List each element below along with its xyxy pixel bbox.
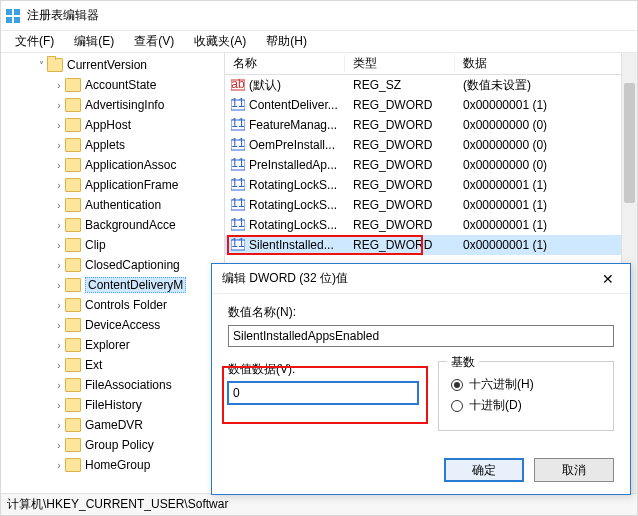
tree-item[interactable]: ›FileAssociations	[1, 375, 224, 395]
chevron-right-icon[interactable]: ›	[53, 120, 65, 131]
chevron-right-icon[interactable]: ›	[53, 80, 65, 91]
close-icon[interactable]: ✕	[594, 268, 622, 290]
tree-item[interactable]: ›ApplicationAssoc	[1, 155, 224, 175]
edit-dword-dialog: 编辑 DWORD (32 位)值 ✕ 数值名称(N): 数值数据(V): 基数 …	[211, 263, 631, 495]
chevron-right-icon[interactable]: ›	[53, 160, 65, 171]
value-row[interactable]: 0110OemPreInstall...REG_DWORD0x00000000 …	[225, 135, 637, 155]
tree-item-label: HomeGroup	[85, 458, 150, 472]
tree-item[interactable]: ›Controls Folder	[1, 295, 224, 315]
value-row[interactable]: 0110FeatureManag...REG_DWORD0x00000000 (…	[225, 115, 637, 135]
tree-item[interactable]: ›ClosedCaptioning	[1, 255, 224, 275]
tree-item[interactable]: ›AppHost	[1, 115, 224, 135]
tree-item[interactable]: ›DeviceAccess	[1, 315, 224, 335]
col-name[interactable]: 名称	[225, 55, 345, 72]
tree-item-label: ContentDeliveryM	[85, 277, 186, 293]
tree-item[interactable]: ›Group Policy	[1, 435, 224, 455]
chevron-right-icon[interactable]: ›	[53, 320, 65, 331]
value-row[interactable]: ab(默认)REG_SZ(数值未设置)	[225, 75, 637, 95]
col-type[interactable]: 类型	[345, 55, 455, 72]
chevron-right-icon[interactable]: ›	[53, 340, 65, 351]
tree-item-label: AccountState	[85, 78, 156, 92]
chevron-right-icon[interactable]: ›	[53, 180, 65, 191]
value-name: RotatingLockS...	[247, 178, 345, 192]
radio-dec[interactable]: 十进制(D)	[451, 397, 601, 414]
tree-item[interactable]: ›GameDVR	[1, 415, 224, 435]
folder-icon	[65, 238, 81, 252]
folder-icon	[65, 398, 81, 412]
string-value-icon: ab	[229, 78, 247, 92]
tree-view[interactable]: ˅CurrentVersion›AccountState›Advertising…	[1, 53, 225, 493]
value-name-field[interactable]	[228, 325, 614, 347]
chevron-right-icon[interactable]: ›	[53, 100, 65, 111]
menu-file[interactable]: 文件(F)	[5, 31, 64, 52]
tree-item[interactable]: ›ContentDeliveryM	[1, 275, 224, 295]
tree-item[interactable]: ›BackgroundAcce	[1, 215, 224, 235]
col-data[interactable]: 数据	[455, 55, 637, 72]
scrollbar-thumb[interactable]	[624, 83, 635, 203]
value-row[interactable]: 0110PreInstalledAp...REG_DWORD0x00000000…	[225, 155, 637, 175]
menu-view[interactable]: 查看(V)	[124, 31, 184, 52]
value-row[interactable]: 0110ContentDeliver...REG_DWORD0x00000001…	[225, 95, 637, 115]
tree-item[interactable]: ›ApplicationFrame	[1, 175, 224, 195]
dword-value-icon: 0110	[229, 238, 247, 252]
chevron-down-icon[interactable]: ˅	[35, 60, 47, 71]
base-group: 基数 十六进制(H) 十进制(D)	[438, 361, 614, 431]
value-name-label: 数值名称(N):	[228, 304, 614, 321]
cancel-button[interactable]: 取消	[534, 458, 614, 482]
dword-value-icon: 0110	[229, 178, 247, 192]
tree-item[interactable]: ›Ext	[1, 355, 224, 375]
dword-value-icon: 0110	[229, 158, 247, 172]
tree-item-label: ApplicationAssoc	[85, 158, 176, 172]
folder-icon	[65, 138, 81, 152]
tree-item[interactable]: ›Clip	[1, 235, 224, 255]
chevron-right-icon[interactable]: ›	[53, 220, 65, 231]
chevron-right-icon[interactable]: ›	[53, 420, 65, 431]
chevron-right-icon[interactable]: ›	[53, 460, 65, 471]
tree-item[interactable]: ›Explorer	[1, 335, 224, 355]
tree-item-label: Ext	[85, 358, 102, 372]
value-name: FeatureManag...	[247, 118, 345, 132]
ok-button[interactable]: 确定	[444, 458, 524, 482]
chevron-right-icon[interactable]: ›	[53, 440, 65, 451]
value-row[interactable]: 0110RotatingLockS...REG_DWORD0x00000001 …	[225, 195, 637, 215]
chevron-right-icon[interactable]: ›	[53, 360, 65, 371]
tree-item-label: Group Policy	[85, 438, 154, 452]
svg-text:0110: 0110	[231, 118, 245, 130]
tree-item-label: BackgroundAcce	[85, 218, 176, 232]
tree-item-label: DeviceAccess	[85, 318, 160, 332]
menu-favorites[interactable]: 收藏夹(A)	[184, 31, 256, 52]
dialog-title-bar[interactable]: 编辑 DWORD (32 位)值 ✕	[212, 264, 630, 294]
tree-item[interactable]: ›Authentication	[1, 195, 224, 215]
folder-icon	[65, 318, 81, 332]
chevron-right-icon[interactable]: ›	[53, 260, 65, 271]
dword-value-icon: 0110	[229, 198, 247, 212]
chevron-right-icon[interactable]: ›	[53, 400, 65, 411]
tree-item[interactable]: ›HomeGroup	[1, 455, 224, 475]
svg-text:ab: ab	[231, 78, 245, 91]
tree-item[interactable]: ›FileHistory	[1, 395, 224, 415]
tree-item[interactable]: ›AdvertisingInfo	[1, 95, 224, 115]
value-data-field[interactable]	[228, 382, 418, 404]
value-row[interactable]: 0110SilentInstalled...REG_DWORD0x0000000…	[225, 235, 637, 255]
chevron-right-icon[interactable]: ›	[53, 200, 65, 211]
chevron-right-icon[interactable]: ›	[53, 140, 65, 151]
menu-help[interactable]: 帮助(H)	[256, 31, 317, 52]
folder-icon	[65, 158, 81, 172]
value-row[interactable]: 0110RotatingLockS...REG_DWORD0x00000001 …	[225, 215, 637, 235]
radio-hex[interactable]: 十六进制(H)	[451, 376, 601, 393]
value-row[interactable]: 0110RotatingLockS...REG_DWORD0x00000001 …	[225, 175, 637, 195]
svg-text:0110: 0110	[231, 138, 245, 150]
value-name: OemPreInstall...	[247, 138, 345, 152]
chevron-right-icon[interactable]: ›	[53, 380, 65, 391]
status-text: 计算机\HKEY_CURRENT_USER\Softwar	[7, 496, 228, 513]
tree-root[interactable]: ˅CurrentVersion	[1, 55, 224, 75]
chevron-right-icon[interactable]: ›	[53, 280, 65, 291]
tree-item[interactable]: ›Applets	[1, 135, 224, 155]
dialog-title: 编辑 DWORD (32 位)值	[222, 270, 348, 287]
menu-edit[interactable]: 编辑(E)	[64, 31, 124, 52]
chevron-right-icon[interactable]: ›	[53, 240, 65, 251]
title-bar: 注册表编辑器	[1, 1, 637, 31]
value-type: REG_DWORD	[345, 158, 455, 172]
tree-item[interactable]: ›AccountState	[1, 75, 224, 95]
chevron-right-icon[interactable]: ›	[53, 300, 65, 311]
